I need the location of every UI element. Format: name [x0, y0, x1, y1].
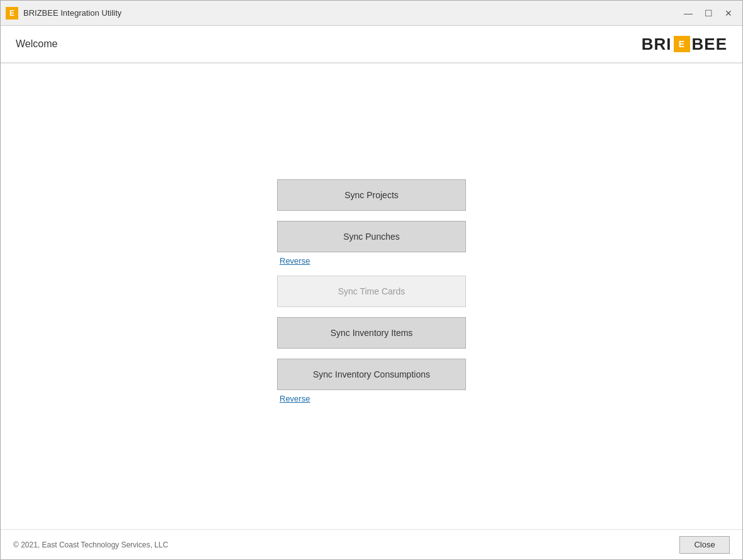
sync-inventory-consumptions-button[interactable]: Sync Inventory Consumptions [277, 359, 466, 390]
main-content: Sync Projects Sync Punches Reverse Sync … [1, 64, 742, 529]
title-bar-left: E BRIZBEE Integration Utility [6, 7, 122, 20]
minimize-button[interactable]: — [679, 6, 697, 21]
sync-time-cards-button[interactable]: Sync Time Cards [277, 276, 466, 307]
app-icon: E [6, 7, 18, 20]
title-bar: E BRIZBEE Integration Utility — ☐ ✕ [1, 1, 742, 26]
sync-punches-button[interactable]: Sync Punches [277, 221, 466, 252]
sync-inventory-items-button[interactable]: Sync Inventory Items [277, 317, 466, 349]
app-header: Welcome BRI E BEE [1, 26, 742, 64]
logo-left: BRI [642, 35, 672, 54]
maximize-button[interactable]: ☐ [700, 6, 717, 21]
app-title: BRIZBEE Integration Utility [23, 8, 122, 18]
logo-right: BEE [692, 35, 727, 54]
sync-projects-button[interactable]: Sync Projects [277, 179, 466, 211]
footer-copyright: © 2021, East Coast Technology Services, … [13, 540, 168, 549]
welcome-text: Welcome [16, 38, 57, 50]
close-button[interactable]: Close [679, 536, 730, 554]
logo-icon: E [674, 36, 690, 52]
logo: BRI E BEE [642, 35, 727, 54]
reverse-consumptions-link[interactable]: Reverse [280, 394, 310, 403]
button-group: Sync Projects Sync Punches Reverse Sync … [277, 179, 466, 413]
window-controls: — ☐ ✕ [679, 6, 737, 21]
reverse-punches-link[interactable]: Reverse [280, 256, 310, 266]
window-close-button[interactable]: ✕ [720, 6, 737, 21]
app-footer: © 2021, East Coast Technology Services, … [1, 529, 742, 559]
